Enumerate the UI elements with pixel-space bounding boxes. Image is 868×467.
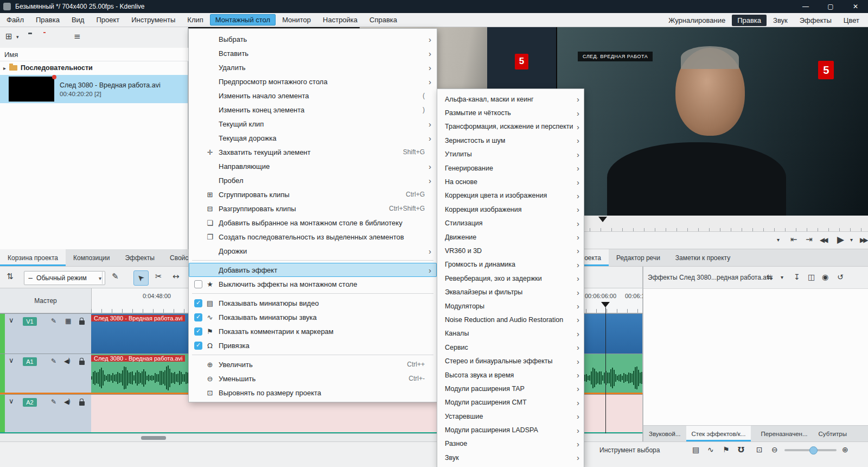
tab-effect-stack[interactable]: Стек эффектов/к...	[686, 426, 751, 441]
timeline-settings-icon[interactable]: ⇅	[7, 273, 14, 281]
effect-category-item[interactable]: Коррекция цвета и изображения	[437, 189, 584, 203]
pencil-icon[interactable]: ✎	[51, 358, 56, 364]
tab-effects[interactable]: Эффекты	[117, 249, 162, 266]
tab-audio-mixer[interactable]: Звуковой...	[643, 426, 686, 441]
menu-item-resize-start[interactable]: Изменить начало элемента(	[189, 89, 437, 103]
menu-item-snap[interactable]: ΩПривязка	[189, 338, 437, 352]
effect-category-item[interactable]: Модули расширения CMT	[437, 396, 584, 409]
menu-item-add-to-library[interactable]: ❏Добавить выбранное на монтажном столе в…	[189, 216, 437, 230]
effect-category-item[interactable]: Зернистость и шум	[437, 134, 584, 147]
menu-view[interactable]: Вид	[66, 14, 90, 26]
menu-item-show-audio-thumbs[interactable]: ∿Показывать миниатюры звука	[189, 310, 437, 324]
menu-item-tracks[interactable]: Дорожки	[189, 244, 437, 258]
menu-item-show-marker-comments[interactable]: ⚑Показать комментарии к маркерам	[189, 324, 437, 338]
menu-item-show-video-thumbs[interactable]: ▤Показывать миниатюры видео	[189, 296, 437, 310]
bin-name-column-header[interactable]: Имя	[0, 48, 192, 61]
chevron-down-icon[interactable]: ▾	[781, 275, 783, 280]
effect-category-item[interactable]: Реверберация, эхо и задержки	[437, 272, 584, 285]
effect-category-item[interactable]: Движение	[437, 230, 584, 244]
effect-category-item[interactable]: Трансформация, искажение и перспектива	[437, 120, 584, 134]
timeline-playhead[interactable]	[601, 302, 610, 307]
track-a1-header[interactable]: ∨ A1 ✎ ◀)	[0, 354, 92, 393]
rewind-icon[interactable]: ◀◀	[820, 237, 826, 243]
menu-item-grab-item[interactable]: ✛Захватить текущий элементShift+G	[189, 145, 437, 159]
effect-category-item[interactable]: Сервис	[437, 340, 584, 354]
menu-settings[interactable]: Настройка	[317, 14, 363, 26]
effect-category-item[interactable]: Модули расширения TAP	[437, 382, 584, 395]
collapse-chevron-icon[interactable]: ∨	[9, 397, 14, 405]
effect-category-item[interactable]: Модули расширения LADSPA	[437, 423, 584, 437]
lock-icon[interactable]	[79, 361, 85, 365]
layout-logging[interactable]: Журналирование	[663, 15, 731, 26]
effect-category-item[interactable]: Разное	[437, 437, 584, 451]
collapse-chevron-icon[interactable]: ∨	[9, 356, 14, 364]
selection-tool-button[interactable]: ➤	[133, 270, 149, 286]
menu-item-disable-effects[interactable]: ★Выключить эффекты на монтажном столе	[189, 277, 437, 291]
zoom-out-icon[interactable]: ⊖	[771, 446, 778, 453]
menu-item-create-sequence[interactable]: ❐Создать последовательность из выделенны…	[189, 230, 437, 244]
reset-stack-icon[interactable]: ↺	[837, 273, 844, 281]
menu-help[interactable]: Справка	[364, 14, 403, 26]
menu-monitor[interactable]: Монитор	[277, 14, 316, 26]
maximize-button[interactable]: ▢	[818, 0, 843, 13]
speaker-icon[interactable]: ◀)	[64, 399, 69, 405]
effect-category-item[interactable]: Высота звука и время	[437, 368, 584, 382]
play-dropdown-icon[interactable]: ▾	[850, 237, 853, 243]
effect-category-item[interactable]: Noise Reduction and Audio Restoration	[437, 313, 584, 326]
menu-file[interactable]: Файл	[1, 14, 29, 26]
play-icon[interactable]: ▶	[837, 235, 844, 244]
effect-category-item[interactable]: Утилиты	[437, 148, 584, 161]
layout-editing[interactable]: Правка	[732, 15, 767, 26]
thumbnails-icon[interactable]: ▦	[65, 318, 71, 324]
audio-thumbnails-toggle-icon[interactable]: ∿	[707, 446, 714, 453]
marker-comments-toggle-icon[interactable]: ⚑	[723, 446, 730, 453]
menu-item-insert[interactable]: Вставить	[189, 46, 437, 60]
menu-item-space[interactable]: Пробел	[189, 173, 437, 187]
lock-icon[interactable]	[79, 320, 85, 325]
effect-category-item[interactable]: Стилизация	[437, 217, 584, 230]
tab-project-bin[interactable]: Корзина проекта	[0, 249, 66, 266]
menu-item-current-clip[interactable]: Текущий клип	[189, 117, 437, 131]
speaker-icon[interactable]: ◀)	[64, 358, 69, 364]
tab-speech-editor[interactable]: Редактор речи	[609, 249, 668, 266]
menu-item-group-clips[interactable]: ⊞Сгруппировать клипыCtrl+G	[189, 187, 437, 201]
menu-item-resize-end[interactable]: Изменить конец элемента)	[189, 103, 437, 117]
compare-icon[interactable]: ⇆	[767, 273, 773, 281]
split-compare-icon[interactable]: ◫	[808, 273, 815, 281]
spacer-tool-icon[interactable]: ↔	[173, 273, 180, 281]
zone-in-icon[interactable]: ⇤	[790, 236, 797, 244]
lock-icon[interactable]	[79, 401, 85, 406]
layout-color[interactable]: Цвет	[838, 15, 865, 26]
track-a2-header[interactable]: ∨ A2 ✎ ◀)	[0, 395, 92, 432]
scrollbar-handle[interactable]	[141, 436, 166, 440]
effect-category-item[interactable]: Громкость и динамика	[437, 258, 584, 272]
track-v1-header[interactable]: ∨ V1 ✎ ▦	[0, 314, 92, 354]
effect-category-item[interactable]: Размытие и чёткость	[437, 106, 584, 119]
menu-clip[interactable]: Клип	[182, 14, 208, 26]
zone-out-icon[interactable]: ⇥	[806, 236, 813, 244]
monitor-playhead[interactable]	[598, 217, 607, 222]
pencil-icon[interactable]: ✎	[51, 399, 56, 405]
effect-category-item[interactable]: Альфа-канал, маски и кеинг	[437, 92, 584, 106]
effect-category-item[interactable]: Генерирование	[437, 161, 584, 175]
menu-tools[interactable]: Инструменты	[126, 14, 181, 26]
menu-timeline[interactable]: Монтажный стол	[210, 14, 276, 26]
edit-mode-combobox[interactable]: − Обычный режим ▾	[24, 271, 105, 285]
zoom-fit-icon[interactable]: ⊡	[756, 446, 763, 453]
master-track-header[interactable]: Мастер	[0, 288, 92, 313]
menu-item-select[interactable]: Выбрать	[189, 32, 437, 46]
effect-category-item[interactable]: Стерео и бинауральные эффекты	[437, 354, 584, 368]
menu-item-ungroup-clips[interactable]: ⊟Разгруппировать клипыCtrl+Shift+G	[189, 201, 437, 216]
snap-toggle-icon[interactable]: Ω	[738, 446, 744, 453]
menu-item-zoom-fit[interactable]: ⊡Выровнять по размеру проекта	[189, 386, 437, 400]
tab-project-notes[interactable]: Заметки к проекту	[668, 249, 738, 266]
zoom-slider-handle[interactable]	[809, 446, 818, 455]
tab-subtitles[interactable]: Субтитры	[813, 426, 852, 441]
bin-menu-icon[interactable]: ≡	[74, 33, 81, 41]
razor-tool-icon[interactable]: ✂	[155, 273, 162, 281]
add-clip-dropdown-icon[interactable]: ▾	[16, 35, 19, 40]
add-clip-icon[interactable]: ⊞	[5, 33, 12, 41]
bin-folder-row[interactable]: ▸ Последовательности	[0, 61, 191, 75]
expand-caret-icon[interactable]: ▸	[3, 65, 6, 71]
menu-item-delete[interactable]: Удалить	[189, 60, 437, 74]
